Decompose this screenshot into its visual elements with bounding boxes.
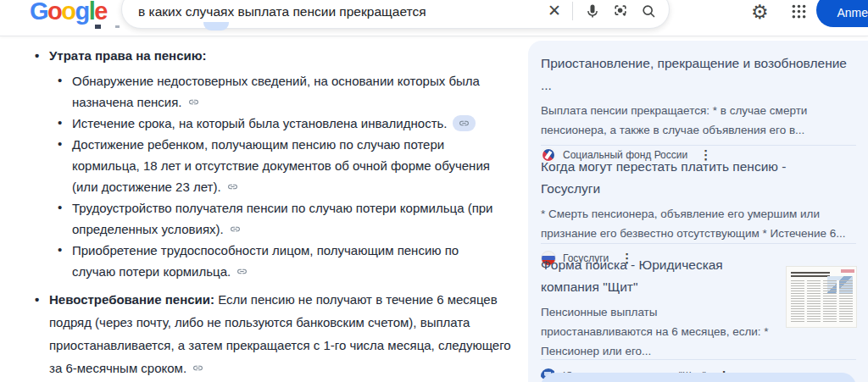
scrolled-content-remnant: [203, 22, 229, 30]
ai-answer-content: Утрата права на пенсию: Обнаружение недо…: [24, 44, 526, 379]
divider: [541, 243, 856, 244]
search-header: Google в каких случаях выплата пенсии пр…: [0, 0, 868, 36]
answer-sub-item: Истечение срока, на который была установ…: [58, 113, 495, 134]
divider: [541, 359, 856, 360]
answer-sub-item: Приобретение трудоспособности лицом, пол…: [58, 240, 495, 282]
source-link-icon[interactable]: [192, 363, 203, 374]
source-link-icon[interactable]: [227, 181, 238, 192]
google-logo[interactable]: Google: [30, 0, 107, 25]
newspaper-thumbnail[interactable]: [787, 267, 856, 327]
bullet-lead-text: Утрата права на пенсию:: [49, 48, 207, 63]
divider: [572, 2, 573, 20]
source-card-snippet: Выплата пенсии прекращается: * в случае …: [541, 101, 848, 140]
sign-in-button[interactable]: Anmelden: [816, 0, 868, 27]
answer-sub-item: Трудоустройство получателя пенсии по слу…: [58, 197, 495, 240]
source-card-snippet: * Смерть пенсионера, объявление его умер…: [541, 204, 848, 243]
source-card-title[interactable]: Форма поиска - Юридическая компания "Щит…: [541, 254, 771, 298]
source-card-gosuslugi[interactable]: Когда могут перестать платить пенсию - Г…: [541, 156, 848, 266]
source-card-title[interactable]: Когда могут перестать платить пенсию - Г…: [541, 156, 848, 200]
source-link-icon[interactable]: [236, 266, 248, 277]
source-card-shield[interactable]: Форма поиска - Юридическая компания "Щит…: [541, 254, 848, 382]
answer-sub-item: Достижение ребенком, получающим пенсию п…: [58, 134, 495, 197]
bullet-lead-text: Невостребование пенсии:: [49, 292, 214, 307]
sources-sidebar: Приостановление, прекращение и возобновл…: [528, 41, 868, 382]
source-card-snippet: Пенсионные выплаты приостанавливаются на…: [541, 302, 771, 361]
google-search-results-page: Google в каких случаях выплата пенсии пр…: [0, 0, 868, 382]
settings-gear-icon[interactable]: ⚙: [751, 1, 769, 24]
source-link-icon[interactable]: [453, 115, 476, 131]
answer-sub-item: Обнаружение недостоверных сведений, на о…: [58, 70, 495, 113]
answer-bullet-loss-of-right: Утрата права на пенсию: Обнаружение недо…: [24, 44, 526, 282]
google-lens-icon[interactable]: [612, 3, 629, 19]
search-query-text[interactable]: в каких случаях выплата пенсии прекращае…: [138, 4, 426, 19]
divider: [541, 145, 856, 146]
scrolled-content-remnant: [115, 25, 120, 28]
source-link-icon[interactable]: [230, 224, 241, 235]
source-card-sfr[interactable]: Приостановление, прекращение и возобновл…: [541, 53, 848, 163]
answer-bullet-unclaimed-pension: Невостребование пенсии: Если пенсию не п…: [24, 288, 526, 379]
google-apps-grid-icon[interactable]: [790, 3, 808, 24]
scrolled-content-remnant: [95, 25, 101, 29]
search-icon[interactable]: [640, 3, 657, 19]
source-card-title[interactable]: Приостановление, прекращение и возобновл…: [541, 53, 848, 97]
source-link-icon[interactable]: [188, 97, 199, 108]
microphone-icon[interactable]: [584, 3, 601, 19]
clear-search-icon[interactable]: ✕: [548, 1, 561, 20]
show-all-button[interactable]: [541, 373, 856, 382]
